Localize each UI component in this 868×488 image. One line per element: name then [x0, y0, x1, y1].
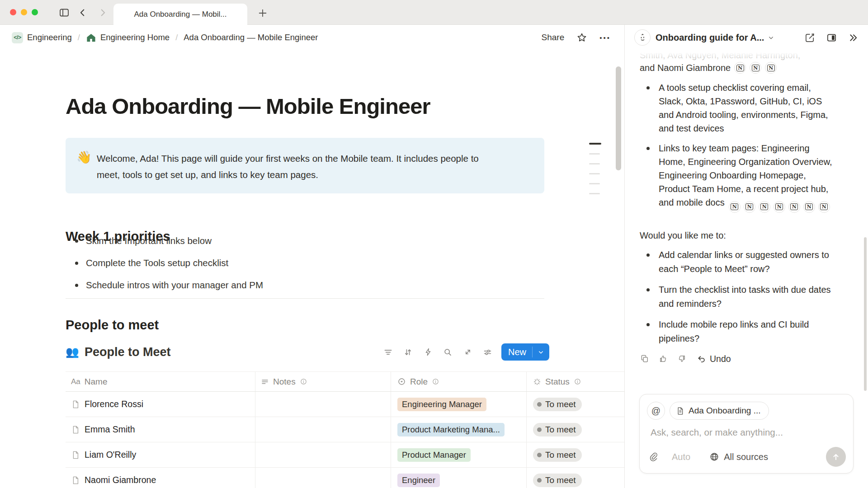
filter-icon[interactable] — [383, 347, 393, 357]
auto-mode-button[interactable]: Auto — [672, 452, 690, 462]
status-badge: To meet — [533, 448, 582, 462]
column-header-name[interactable]: Aa Name — [66, 372, 255, 391]
collapse-double-chevron-icon[interactable] — [848, 33, 859, 43]
attach-paperclip-icon[interactable] — [649, 452, 659, 462]
notes-cell[interactable] — [255, 442, 391, 467]
people-heading[interactable]: People to meet — [66, 318, 159, 333]
thumbs-up-icon[interactable] — [658, 353, 669, 364]
undo-arrow-icon — [697, 354, 706, 364]
notion-page-mention-icon[interactable]: N — [750, 62, 761, 74]
notes-cell[interactable] — [255, 468, 391, 488]
new-tab-icon[interactable] — [256, 6, 269, 20]
sort-icon[interactable] — [403, 347, 413, 357]
list-item[interactable]: Complete the Tools setup checklist — [67, 257, 263, 269]
context-page-chip[interactable]: Ada Onboarding ... — [670, 402, 769, 420]
status-cell[interactable]: To meet — [527, 442, 624, 467]
more-options-icon[interactable]: ••• — [599, 34, 611, 42]
info-icon — [574, 378, 581, 385]
welcome-callout[interactable]: 👋 Welcome, Ada! This page will guide you… — [66, 138, 544, 193]
callout-text: Welcome, Ada! This page will guide your … — [97, 150, 486, 183]
database-title[interactable]: 👥 People to Meet — [66, 345, 170, 359]
page-title[interactable]: Ada Onboarding — Mobile Engineer — [66, 94, 430, 119]
breadcrumb-teamspace[interactable]: Engineering — [27, 33, 72, 42]
status-cell[interactable]: To meet — [527, 468, 624, 488]
share-button[interactable]: Share — [542, 33, 565, 42]
main-scrollbar[interactable] — [616, 66, 621, 170]
toggle-sidebar-icon[interactable] — [58, 7, 70, 19]
notion-page-mention-icon[interactable]: N — [759, 201, 770, 213]
notes-property-icon — [261, 378, 269, 386]
breadcrumb-current-page[interactable]: Ada Onboarding — Mobile Engineer — [184, 33, 318, 42]
search-icon[interactable] — [443, 347, 453, 357]
favorite-star-icon[interactable] — [576, 32, 587, 43]
people-emoji-icon: 👥 — [66, 346, 79, 358]
table-row[interactable]: Emma Smith Product Marketing Mana... To … — [66, 417, 624, 442]
automation-lightning-icon[interactable] — [423, 347, 433, 357]
status-cell[interactable]: To meet — [527, 417, 624, 442]
column-header-notes[interactable]: Notes — [255, 372, 391, 391]
all-sources-label: All sources — [724, 452, 768, 462]
tab-title: Ada Onboarding — Mobil... — [134, 10, 226, 19]
ai-thread-title[interactable]: Onboarding guide for A... — [656, 33, 764, 43]
breadcrumb-home[interactable]: Engineering Home — [100, 33, 170, 42]
all-sources-button[interactable]: All sources — [709, 452, 768, 462]
notion-page-mention-icon[interactable]: N — [803, 201, 815, 213]
role-cell[interactable]: Product Marketing Mana... — [391, 417, 527, 442]
new-button[interactable]: New — [501, 343, 549, 361]
name-cell[interactable]: Naomi Giambrone — [66, 468, 255, 488]
database-title-label: People to Meet — [85, 345, 171, 359]
list-item[interactable]: Skim the Important links below — [67, 235, 263, 247]
new-chat-compose-icon[interactable] — [805, 33, 815, 43]
notion-page-mention-icon[interactable]: N — [765, 62, 777, 74]
ai-bullet-list: A tools setup checklist covering email, … — [640, 81, 833, 219]
ai-composer[interactable]: @ Ada Onboarding ... Ask, search, or mak… — [639, 394, 854, 474]
notion-page-mention-icon[interactable]: N — [744, 201, 755, 213]
role-cell[interactable]: Engineering Manager — [391, 392, 527, 417]
notion-page-mention-icon[interactable]: N — [788, 201, 800, 213]
status-dot — [537, 453, 542, 457]
open-in-side-panel-icon[interactable] — [826, 33, 837, 43]
ai-panel-scrollbar[interactable] — [864, 237, 867, 391]
name-cell[interactable]: Liam O'Reilly — [66, 442, 255, 467]
notes-cell[interactable] — [255, 392, 391, 417]
role-cell[interactable]: Engineer — [391, 468, 527, 488]
table-of-contents-indicator[interactable] — [589, 143, 601, 194]
close-window-button[interactable] — [10, 9, 16, 15]
expand-icon[interactable] — [463, 347, 473, 357]
thumbs-down-icon[interactable] — [676, 353, 687, 364]
browser-tab[interactable]: Ada Onboarding — Mobil... — [113, 4, 247, 25]
ai-message-mention-line: and Naomi Giambrone N N N — [640, 61, 848, 75]
mention-at-button[interactable]: @ — [647, 402, 665, 420]
chevron-down-icon[interactable] — [768, 34, 774, 41]
new-button-chevron-down-icon[interactable] — [533, 349, 549, 356]
notion-ai-face-icon — [634, 29, 651, 46]
forward-icon[interactable] — [97, 7, 108, 19]
undo-button[interactable]: Undo — [697, 354, 731, 364]
minimize-window-button[interactable] — [21, 9, 27, 15]
wave-emoji-icon: 👋 — [76, 150, 92, 164]
notion-page-mention-icon[interactable]: N — [734, 62, 746, 74]
table-row[interactable]: Liam O'Reilly Product Manager To meet — [66, 442, 624, 468]
zoom-window-button[interactable] — [32, 9, 38, 15]
column-header-status[interactable]: Status — [527, 372, 624, 391]
column-header-role[interactable]: Role — [391, 372, 527, 391]
role-cell[interactable]: Product Manager — [391, 442, 527, 467]
table-row[interactable]: Florence Rossi Engineering Manager To me… — [66, 392, 624, 417]
ai-input[interactable]: Ask, search, or make anything... — [651, 427, 783, 438]
copy-icon[interactable] — [639, 353, 650, 364]
notion-page-mention-icon[interactable]: N — [818, 201, 830, 213]
list-item: Include mobile repo links and CI build p… — [640, 318, 833, 346]
view-settings-icon[interactable] — [483, 347, 493, 357]
notes-cell[interactable] — [255, 417, 391, 442]
status-cell[interactable]: To meet — [527, 392, 624, 417]
notion-page-mention-icon[interactable]: N — [774, 201, 785, 213]
name-cell[interactable]: Florence Rossi — [66, 392, 255, 417]
traffic-lights — [10, 9, 38, 15]
list-item[interactable]: Schedule intros with your manager and PM — [67, 279, 263, 291]
status-dot — [537, 427, 542, 432]
name-cell[interactable]: Emma Smith — [66, 417, 255, 442]
send-button[interactable] — [826, 447, 846, 467]
notion-page-mention-icon[interactable]: N — [729, 201, 741, 213]
table-row[interactable]: Naomi Giambrone Engineer To meet — [66, 468, 624, 488]
back-icon[interactable] — [77, 7, 89, 19]
